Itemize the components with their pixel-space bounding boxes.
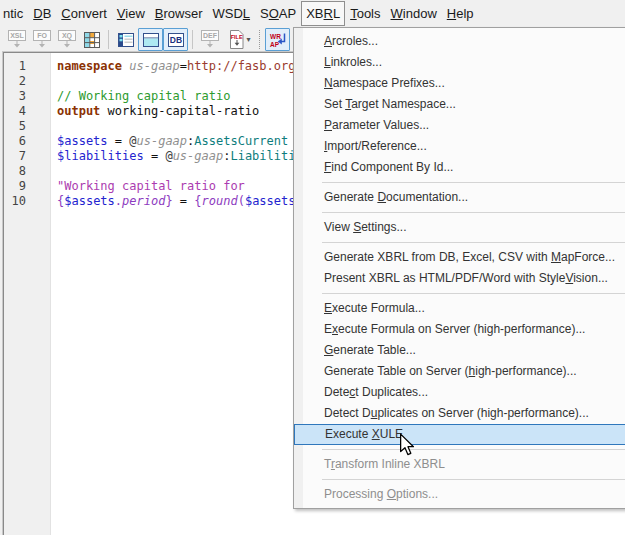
line-number: 8 <box>4 164 26 179</box>
application-window: nticDBConvertViewBrowserWSDLSOAPXBRLTool… <box>0 0 625 535</box>
code-token: "Working capital ratio for <box>57 179 245 193</box>
toolbar-separator <box>108 30 109 49</box>
menu-bar: nticDBConvertViewBrowserWSDLSOAPXBRLTool… <box>0 0 625 27</box>
code-token: // Working capital ratio <box>57 89 230 103</box>
enhanced-grid-view-button[interactable] <box>113 28 138 51</box>
menu-item-linkroles[interactable]: Linkroles... <box>294 52 625 73</box>
line-number: 9 <box>4 179 26 194</box>
code-token: = <box>144 149 166 163</box>
menu-item-detect-duplicates[interactable]: Detect Duplicates... <box>294 382 625 403</box>
text-view-button[interactable] <box>138 28 163 51</box>
assign-file-button[interactable]: FILE▾ <box>222 28 255 51</box>
toolbar-separator <box>192 30 193 49</box>
menu-item-generate-table-on-server-high-performance[interactable]: Generate Table on Server (high-performan… <box>294 361 625 382</box>
menu-item-view-settings[interactable]: View Settings... <box>294 217 625 238</box>
menu-separator <box>322 212 625 213</box>
dropdown-caret-icon[interactable]: ▾ <box>246 35 250 44</box>
menubar-item-convert[interactable]: Convert <box>56 0 112 27</box>
line-number: 3 <box>4 89 26 104</box>
svg-text:AP: AP <box>270 41 280 48</box>
code-token: $assets <box>64 194 115 208</box>
svg-text:XQ: XQ <box>61 32 72 40</box>
menu-item-generate-xbrl-from-db-excel-csv-with-mapforce[interactable]: Generate XBRL from DB, Excel, CSV with M… <box>294 247 625 268</box>
menubar-item-tools[interactable]: Tools <box>345 0 385 27</box>
svg-text:WR: WR <box>270 33 281 40</box>
line-number: 6 <box>4 134 26 149</box>
database-view-button[interactable]: DB <box>163 28 188 51</box>
grid-view-button[interactable] <box>79 28 104 51</box>
code-token: round <box>202 194 238 208</box>
xsl-transformation-button[interactable]: XSL <box>4 28 29 51</box>
code-token: } <box>165 194 172 208</box>
line-number: 1 <box>4 59 26 74</box>
menu-separator <box>322 182 625 183</box>
code-token: @ <box>129 134 136 148</box>
menubar-item-help[interactable]: Help <box>442 0 479 27</box>
menubar-item-wsdl[interactable]: WSDL <box>207 0 255 27</box>
svg-text:FO: FO <box>37 32 47 39</box>
menubar-item-ntic[interactable]: ntic <box>3 0 28 27</box>
svg-text:DB: DB <box>169 35 181 45</box>
menu-item-processing-options[interactable]: Processing Options... <box>294 484 625 505</box>
line-number: 5 <box>4 119 26 134</box>
code-token: $assets <box>245 194 296 208</box>
menu-item-find-component-by-id[interactable]: Find Component By Id... <box>294 157 625 178</box>
menu-separator <box>322 479 625 480</box>
code-token: { <box>194 194 201 208</box>
menubar-item-view[interactable]: View <box>112 0 150 27</box>
svg-text:FILE: FILE <box>231 34 243 40</box>
word-wrap-button[interactable]: WRAP <box>265 28 290 51</box>
code-token: us-gaap <box>137 134 188 148</box>
code-token: $liabilities <box>57 149 144 163</box>
code-token: = <box>173 194 195 208</box>
xsl-fo-transformation-button[interactable]: FO <box>29 28 54 51</box>
code-token: namespace <box>57 59 129 73</box>
code-token: us-gaap <box>129 59 180 73</box>
code-token: @ <box>165 149 172 163</box>
menu-separator <box>322 242 625 243</box>
menu-item-parameter-values[interactable]: Parameter Values... <box>294 115 625 136</box>
menubar-item-xbrl[interactable]: XBRL <box>301 1 345 26</box>
code-token: http://fasb.org <box>187 59 295 73</box>
toolbar-separator <box>259 30 261 49</box>
menu-item-detect-duplicates-on-server-high-performance[interactable]: Detect Duplicates on Server (high-perfor… <box>294 403 625 424</box>
code-token: output <box>57 104 100 118</box>
menu-item-transform-inline-xbrl[interactable]: Transform Inline XBRL <box>294 454 625 475</box>
menu-item-namespace-prefixes[interactable]: Namespace Prefixes... <box>294 73 625 94</box>
code-token: working-capital-ratio <box>100 104 259 118</box>
line-number: 10 <box>4 194 26 209</box>
xbrl-menu: Arcroles...Linkroles...Namespace Prefixe… <box>293 27 625 509</box>
menu-item-execute-formula-on-server-high-performance[interactable]: Execute Formula on Server (high-performa… <box>294 319 625 340</box>
line-number-gutter: 12345678910 <box>4 53 51 535</box>
mouse-cursor <box>399 433 416 461</box>
menu-separator <box>322 449 625 450</box>
svg-text:DEF: DEF <box>203 32 218 39</box>
menu-item-execute-xule[interactable]: Execute XULE <box>294 424 625 445</box>
menu-item-generate-documentation[interactable]: Generate Documentation... <box>294 187 625 208</box>
menu-item-generate-table[interactable]: Generate Table... <box>294 340 625 361</box>
line-number: 2 <box>4 74 26 89</box>
menu-item-present-xbrl-as-html-pdf-word-with-stylevision[interactable]: Present XBRL as HTML/PDF/Word with Style… <box>294 268 625 289</box>
code-token: = <box>108 134 130 148</box>
xquery-execution-button[interactable]: XQ <box>54 28 79 51</box>
menubar-item-db[interactable]: DB <box>28 0 56 27</box>
code-token: = <box>180 59 187 73</box>
menu-separator <box>322 293 625 294</box>
code-token: AssetsCurrent <box>194 134 288 148</box>
menu-item-arcroles[interactable]: Arcroles... <box>294 31 625 52</box>
code-token: ( <box>238 194 245 208</box>
code-token: . <box>115 194 122 208</box>
code-token: $assets <box>57 134 108 148</box>
line-numbers: 12345678910 <box>4 53 26 209</box>
goto-definition-button[interactable]: DEF <box>197 28 222 51</box>
line-number: 7 <box>4 149 26 164</box>
svg-text:XSL: XSL <box>10 32 24 39</box>
menubar-item-soap[interactable]: SOAP <box>255 0 301 27</box>
menubar-item-browser[interactable]: Browser <box>150 0 208 27</box>
line-number: 4 <box>4 104 26 119</box>
menu-item-set-target-namespace[interactable]: Set Target Namespace... <box>294 94 625 115</box>
menu-item-execute-formula[interactable]: Execute Formula... <box>294 298 625 319</box>
menubar-item-window[interactable]: Window <box>386 0 442 27</box>
code-token: us-gaap <box>173 149 224 163</box>
menu-item-import-reference[interactable]: Import/Reference... <box>294 136 625 157</box>
